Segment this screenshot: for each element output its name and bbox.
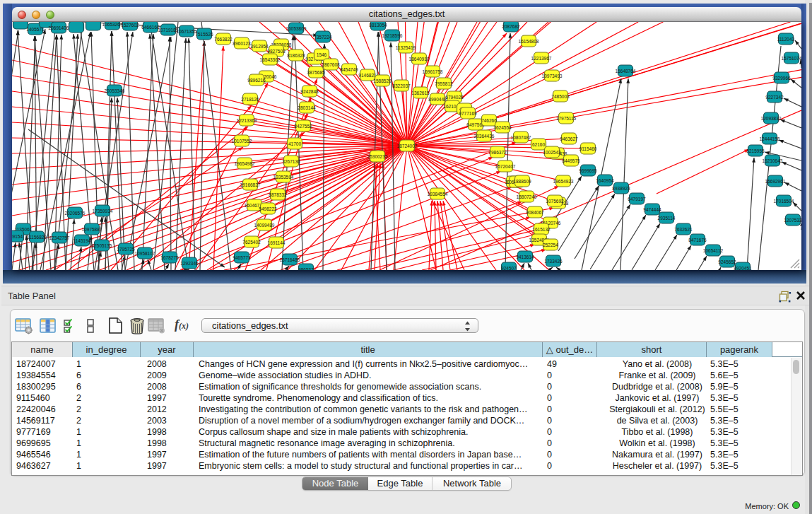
svg-text:9413614: 9413614 bbox=[516, 255, 534, 259]
svg-text:1527602: 1527602 bbox=[121, 23, 139, 28]
svg-text:9827503: 9827503 bbox=[267, 49, 286, 54]
svg-text:8471676: 8471676 bbox=[688, 238, 707, 243]
svg-text:10975887: 10975887 bbox=[82, 227, 102, 232]
svg-text:10807487: 10807487 bbox=[511, 135, 531, 140]
svg-text:1888609: 1888609 bbox=[513, 179, 531, 184]
svg-text:62160: 62160 bbox=[532, 142, 545, 147]
svg-text:7663822: 7663822 bbox=[214, 37, 233, 42]
svg-text:9465771: 9465771 bbox=[233, 255, 251, 260]
svg-text:252254: 252254 bbox=[543, 243, 558, 247]
svg-text:16961758: 16961758 bbox=[423, 69, 443, 74]
svg-text:12093832: 12093832 bbox=[761, 116, 782, 121]
svg-text:1678275: 1678275 bbox=[160, 255, 179, 260]
svg-text:16053809: 16053809 bbox=[286, 26, 307, 31]
svg-text:8215955: 8215955 bbox=[746, 148, 765, 153]
svg-text:8186328: 8186328 bbox=[287, 53, 305, 58]
svg-text:7485003: 7485003 bbox=[551, 94, 570, 99]
svg-text:9245652: 9245652 bbox=[718, 259, 736, 264]
svg-text:19654923: 19654923 bbox=[553, 179, 574, 184]
svg-text:19218596: 19218596 bbox=[382, 33, 403, 38]
svg-text:10654112: 10654112 bbox=[703, 248, 724, 253]
svg-text:3624554: 3624554 bbox=[493, 125, 512, 130]
svg-text:1795725: 1795725 bbox=[117, 247, 135, 252]
svg-text:8938923: 8938923 bbox=[612, 186, 630, 191]
svg-text:1733426: 1733426 bbox=[544, 259, 563, 264]
svg-text:18640910: 18640910 bbox=[409, 57, 430, 62]
svg-text:2935114: 2935114 bbox=[658, 216, 676, 221]
svg-text:8920451: 8920451 bbox=[734, 266, 752, 271]
svg-text:12342757: 12342757 bbox=[49, 235, 70, 240]
svg-text:15720407: 15720407 bbox=[495, 164, 516, 169]
svg-text:41700: 41700 bbox=[288, 141, 301, 146]
svg-text:1075692: 1075692 bbox=[546, 199, 564, 204]
svg-text:10973493: 10973493 bbox=[542, 74, 563, 78]
svg-text:10958107: 10958107 bbox=[135, 251, 155, 256]
svg-text:20206576: 20206576 bbox=[65, 211, 86, 216]
svg-text:9474444: 9474444 bbox=[643, 207, 661, 212]
svg-text:9242848: 9242848 bbox=[300, 89, 319, 94]
svg-text:20691406: 20691406 bbox=[49, 25, 69, 30]
svg-text:8454749: 8454749 bbox=[340, 67, 358, 72]
svg-text:9463627: 9463627 bbox=[560, 136, 578, 141]
svg-text:12444158: 12444158 bbox=[760, 136, 780, 141]
svg-text:9699695: 9699695 bbox=[579, 168, 597, 173]
svg-text:1145194: 1145194 bbox=[73, 238, 91, 243]
svg-text:16210643: 16210643 bbox=[763, 158, 783, 163]
svg-text:15751074: 15751074 bbox=[782, 56, 801, 61]
svg-text:10107552: 10107552 bbox=[232, 139, 252, 144]
svg-text:8813054: 8813054 bbox=[369, 23, 387, 28]
svg-text:10671355: 10671355 bbox=[177, 29, 197, 34]
svg-text:12505135: 12505135 bbox=[92, 243, 112, 248]
svg-text:1362615: 1362615 bbox=[411, 90, 430, 95]
svg-text:1691144: 1691144 bbox=[268, 240, 286, 245]
svg-text:2867608: 2867608 bbox=[322, 62, 340, 67]
svg-text:6794028: 6794028 bbox=[445, 95, 464, 100]
svg-text:10719185: 10719185 bbox=[158, 28, 179, 33]
svg-text:8322037: 8322037 bbox=[392, 83, 411, 88]
svg-text:25300235: 25300235 bbox=[367, 154, 388, 159]
svg-text:6479197: 6479197 bbox=[628, 197, 646, 201]
svg-text:18724007: 18724007 bbox=[397, 144, 418, 148]
svg-text:9329966: 9329966 bbox=[772, 76, 791, 81]
svg-text:8878332: 8878332 bbox=[269, 192, 287, 197]
svg-text:8427552: 8427552 bbox=[294, 124, 312, 129]
svg-text:1546: 1546 bbox=[317, 52, 327, 57]
svg-text:19384554: 19384554 bbox=[428, 192, 448, 197]
svg-text:11156829: 11156829 bbox=[27, 235, 47, 240]
svg-text:7515526: 7515526 bbox=[195, 32, 213, 37]
svg-text:9227342: 9227342 bbox=[765, 95, 784, 100]
svg-text:1640954: 1640954 bbox=[596, 178, 614, 183]
svg-text:19166827: 19166827 bbox=[240, 182, 261, 187]
svg-text:1207533: 1207533 bbox=[784, 218, 801, 223]
svg-text:3912954: 3912954 bbox=[250, 44, 269, 49]
svg-text:19654982: 19654982 bbox=[235, 161, 255, 166]
svg-text:5498222: 5498222 bbox=[259, 206, 277, 211]
svg-text:1112043: 1112043 bbox=[777, 37, 795, 42]
svg-text:2803144: 2803144 bbox=[298, 105, 316, 110]
svg-text:15716485: 15716485 bbox=[280, 257, 300, 262]
svg-text:8990448: 8990448 bbox=[428, 97, 447, 102]
svg-text:7357224: 7357224 bbox=[314, 35, 332, 40]
svg-text:8960123: 8960123 bbox=[233, 41, 251, 46]
svg-text:8449575: 8449575 bbox=[562, 158, 580, 163]
svg-text:6466160: 6466160 bbox=[141, 25, 160, 30]
svg-text:3875685: 3875685 bbox=[307, 70, 325, 75]
svg-text:20364436: 20364436 bbox=[474, 134, 495, 139]
svg-text:1615132: 1615132 bbox=[532, 227, 551, 232]
svg-text:15692961: 15692961 bbox=[765, 179, 786, 184]
svg-text:9084067: 9084067 bbox=[526, 210, 544, 215]
svg-text:9777169: 9777169 bbox=[459, 111, 477, 116]
svg-text:3267130: 3267130 bbox=[282, 159, 300, 164]
svg-text:7625402: 7625402 bbox=[242, 240, 261, 245]
svg-text:16543362: 16543362 bbox=[260, 57, 281, 62]
svg-text:11325419: 11325419 bbox=[396, 45, 416, 50]
svg-text:986532: 986532 bbox=[298, 267, 314, 271]
svg-text:746266: 746266 bbox=[481, 118, 497, 123]
svg-text:12213967: 12213967 bbox=[531, 56, 552, 61]
svg-text:16648764: 16648764 bbox=[616, 69, 636, 74]
svg-text:12213369: 12213369 bbox=[237, 118, 257, 123]
svg-text:924507: 924507 bbox=[501, 266, 517, 271]
svg-text:2087682: 2087682 bbox=[502, 24, 520, 29]
svg-text:39154: 39154 bbox=[12, 234, 23, 239]
svg-text:16154808: 16154808 bbox=[519, 39, 539, 44]
